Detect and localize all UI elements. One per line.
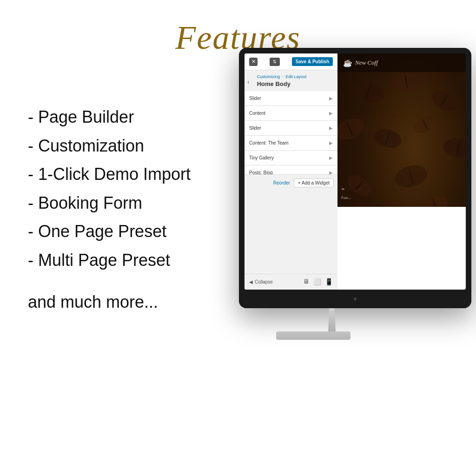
chevron-right-icon: ▶	[329, 170, 333, 174]
feature-item-5: - One Page Preset	[28, 218, 191, 245]
wp-panel-header: ✕ ⇅ Save & Publish	[245, 53, 337, 70]
site-logo-area: ☕ New Coff	[343, 59, 378, 67]
svg-point-6	[337, 114, 367, 144]
wp-device-icons: 🖥 ⬜ 📱	[303, 278, 333, 286]
monitor-stand-neck	[323, 308, 341, 331]
wp-menu-item-content-team[interactable]: Content: The Team ▶	[245, 136, 337, 151]
tablet-icon[interactable]: ⬜	[313, 278, 321, 286]
more-text: and much more...	[28, 292, 191, 312]
site-quote-text: Fusc...	[341, 196, 351, 200]
desktop-icon[interactable]: 🖥	[303, 278, 310, 286]
chevron-right-icon: ▶	[329, 155, 333, 160]
wp-menu-item-tiny-gallery[interactable]: Tiny Gallery ▶	[245, 151, 337, 165]
wp-back-button[interactable]: ‹	[247, 79, 250, 86]
wp-panel-footer: ◀ Collapse 🖥 ⬜ 📱	[245, 274, 337, 290]
coffee-background: ☕ New Coff " Fusc...	[337, 53, 466, 290]
feature-item-2: - Customization	[28, 132, 191, 159]
wp-breadcrumb: Customizing › Edit Layout	[252, 73, 335, 80]
wp-menu-item-slider2[interactable]: Slider ▶	[245, 121, 337, 136]
coffee-cup-icon: ☕	[343, 59, 352, 67]
feature-item-4: - Booking Form	[28, 190, 191, 217]
wp-add-widget-button[interactable]: + Add a Widget	[294, 178, 334, 187]
feature-item-3: - 1-Click Demo Import	[28, 161, 191, 188]
feature-item-6: - Multi Page Preset	[28, 247, 191, 274]
wp-undo-redo[interactable]: ⇅	[270, 58, 280, 66]
chevron-right-icon: ▶	[329, 96, 333, 101]
wp-customizer-panel: ✕ ⇅ Save & Publish ‹ Customizing › Edit …	[245, 53, 337, 290]
monitor-stand-base	[276, 331, 350, 340]
wp-save-publish-button[interactable]: Save & Publish	[292, 57, 333, 66]
chevron-right-icon: ▶	[329, 126, 333, 131]
features-list: - Page Builder - Customization - 1-Click…	[28, 85, 191, 312]
monitor-body: ✕ ⇅ Save & Publish ‹ Customizing › Edit …	[239, 48, 471, 308]
wp-section-title: Home Body	[252, 80, 335, 91]
monitor-container: ✕ ⇅ Save & Publish ‹ Customizing › Edit …	[230, 48, 476, 364]
site-content-white	[337, 207, 466, 290]
wp-collapse-button[interactable]: ◀ Collapse	[249, 279, 273, 284]
wp-menu-items: Slider ▶ Content ▶ Slider ▶ Content: T	[245, 91, 337, 174]
mobile-icon[interactable]: 📱	[325, 278, 333, 286]
wp-close-button[interactable]: ✕	[249, 58, 258, 66]
wp-menu-item-content[interactable]: Content ▶	[245, 106, 337, 121]
website-preview: ☕ New Coff " Fusc...	[337, 53, 466, 290]
monitor-screen: ✕ ⇅ Save & Publish ‹ Customizing › Edit …	[245, 53, 466, 290]
wp-reorder-link[interactable]: Reorder	[273, 180, 290, 185]
svg-point-12	[442, 136, 466, 160]
feature-item-1: - Page Builder	[28, 104, 191, 131]
main-content: - Page Builder - Customization - 1-Click…	[0, 57, 476, 312]
site-name-text: New Coff	[355, 59, 378, 66]
wp-menu-item-slider1[interactable]: Slider ▶	[245, 91, 337, 106]
wp-widget-actions: Reorder + Add a Widget	[245, 174, 337, 191]
site-header: ☕ New Coff	[337, 53, 466, 72]
chevron-right-icon: ▶	[329, 111, 333, 116]
collapse-arrow-icon: ◀	[249, 279, 253, 284]
chevron-right-icon: ▶	[329, 140, 333, 145]
wp-menu-item-posts-blog[interactable]: Posts: Blog ▶	[245, 165, 337, 174]
